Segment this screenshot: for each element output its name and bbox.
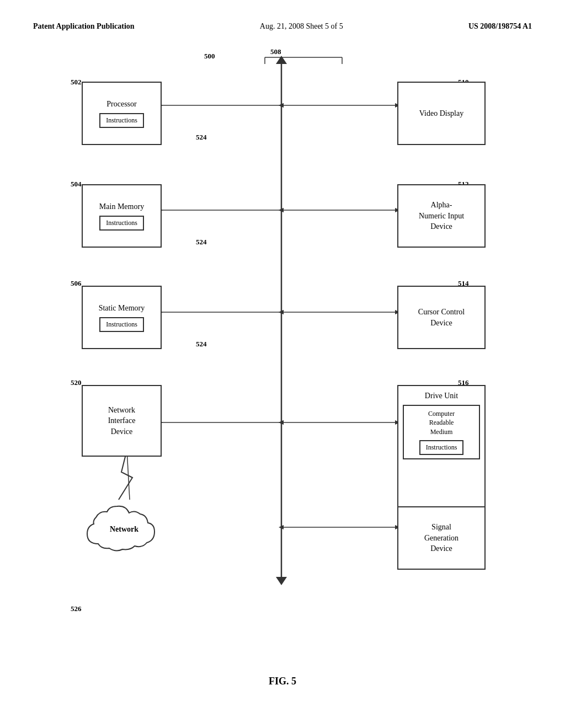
label-500: 500: [204, 52, 215, 61]
svg-marker-14: [279, 420, 284, 425]
signal-generation-label: Signal Generation Device: [424, 522, 459, 554]
label-502: 502: [71, 78, 82, 87]
video-display-box: Video Display: [397, 82, 486, 145]
static-memory-label: Static Memory: [99, 303, 145, 314]
main-memory-box: Main Memory Instructions: [82, 184, 162, 248]
page-header: Patent Application Publication Aug. 21, …: [33, 22, 532, 31]
svg-marker-8: [279, 208, 284, 212]
svg-marker-11: [279, 310, 284, 314]
svg-marker-2: [276, 577, 287, 585]
svg-marker-1: [276, 56, 287, 64]
alphanumeric-label: Alpha- Numeric Input Device: [419, 200, 464, 232]
drive-unit-box: Drive Unit Computer Readable Medium Inst…: [397, 385, 486, 512]
label-504: 504: [71, 180, 82, 189]
video-display-label: Video Display: [419, 108, 463, 119]
computer-readable-label: Computer Readable Medium: [428, 409, 455, 437]
label-524-main: 524: [196, 238, 207, 247]
figure-caption: FIG. 5: [33, 676, 532, 687]
static-memory-box: Static Memory Instructions: [82, 286, 162, 349]
label-524-proc: 524: [196, 133, 207, 142]
cursor-control-label: Cursor Control Device: [418, 307, 465, 328]
processor-instructions: Instructions: [99, 113, 144, 128]
network-interface-box: Network Interface Device: [82, 385, 162, 457]
svg-marker-5: [279, 103, 284, 108]
drive-unit-label: Drive Unit: [425, 390, 458, 402]
main-memory-label: Main Memory: [99, 201, 144, 212]
header-right: US 2008/198754 A1: [468, 22, 532, 31]
svg-marker-22: [279, 310, 284, 314]
network-cloud: Network: [82, 500, 167, 563]
figure-5-diagram: 500 502 504 506 520 508 510 512 514 516 …: [33, 47, 532, 654]
alphanumeric-box: Alpha- Numeric Input Device: [397, 184, 486, 248]
network-interface-label: Network Interface Device: [108, 405, 136, 437]
label-506: 506: [71, 279, 82, 288]
label-520: 520: [71, 378, 82, 387]
svg-marker-25: [279, 420, 284, 425]
label-508: 508: [270, 47, 281, 56]
svg-text:Network: Network: [110, 525, 138, 533]
processor-box: Processor Instructions: [82, 82, 162, 145]
signal-generation-box: Signal Generation Device: [397, 506, 486, 570]
label-526: 526: [71, 604, 82, 613]
figure-label: FIG. 5: [269, 676, 296, 687]
label-524-static: 524: [196, 340, 207, 349]
cursor-control-box: Cursor Control Device: [397, 286, 486, 349]
main-memory-instructions: Instructions: [99, 216, 144, 231]
svg-marker-28: [279, 525, 284, 529]
processor-label: Processor: [106, 99, 136, 110]
svg-marker-16: [279, 103, 284, 108]
drive-instructions: Instructions: [419, 440, 464, 455]
svg-line-30: [127, 450, 130, 500]
svg-marker-19: [279, 208, 284, 212]
header-left: Patent Application Publication: [33, 22, 135, 31]
header-center: Aug. 21, 2008 Sheet 5 of 5: [260, 22, 343, 31]
static-memory-instructions: Instructions: [99, 317, 144, 332]
